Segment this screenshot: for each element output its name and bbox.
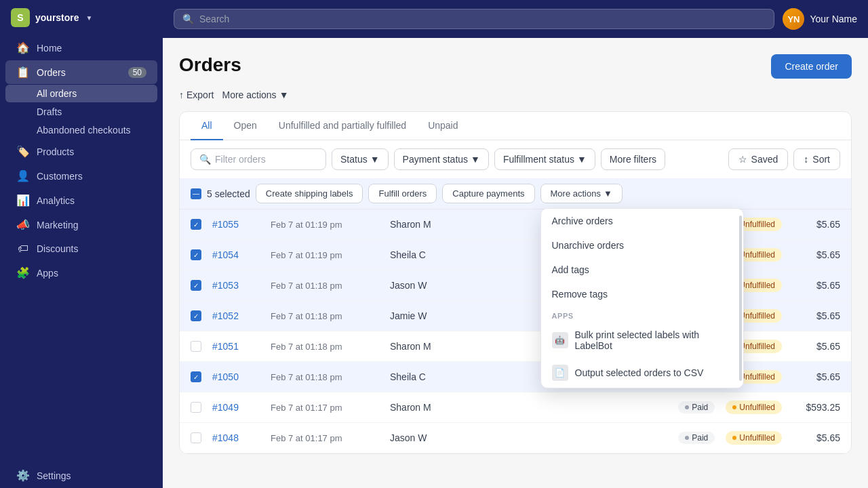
avatar: YN bbox=[783, 8, 804, 30]
search-bar[interactable]: 🔍 bbox=[174, 9, 774, 29]
customers-icon: 👤 bbox=[16, 169, 30, 182]
table-row[interactable]: #1048 Feb 7 at 01:17 pm Jason W Paid Unf… bbox=[180, 423, 851, 453]
search-input[interactable] bbox=[199, 14, 766, 24]
order-number: #1054 bbox=[212, 249, 260, 260]
sidebar-item-marketing[interactable]: 📣 Marketing bbox=[5, 213, 157, 237]
order-amount: $5.65 bbox=[793, 280, 840, 291]
sidebar-item-label: Customers bbox=[37, 171, 83, 182]
fulfillment-dot bbox=[732, 405, 736, 409]
row-checkbox[interactable]: ✓ bbox=[191, 219, 201, 230]
csv-icon: 📄 bbox=[552, 365, 568, 381]
row-checkbox[interactable]: ✓ bbox=[191, 249, 201, 260]
order-number: #1053 bbox=[212, 280, 260, 291]
page-header: Orders Create order bbox=[179, 54, 852, 79]
order-amount: $5.65 bbox=[793, 310, 840, 321]
tabs-bar: All Open Unfulfilled and partially fulfi… bbox=[180, 112, 851, 140]
table-row[interactable]: #1049 Feb 7 at 01:17 pm Sharon M Paid Un… bbox=[180, 392, 851, 423]
order-date: Feb 7 at 01:18 pm bbox=[271, 372, 379, 382]
products-icon: 🏷️ bbox=[16, 145, 30, 158]
create-order-button[interactable]: Create order bbox=[771, 54, 852, 79]
more-filters-button[interactable]: More filters bbox=[601, 148, 665, 170]
payment-status-filter[interactable]: Payment status ▼ bbox=[394, 148, 489, 170]
tab-all[interactable]: All bbox=[191, 112, 223, 140]
row-checkbox[interactable]: ✓ bbox=[191, 371, 201, 382]
remove-tags-item[interactable]: Remove tags bbox=[541, 282, 743, 306]
add-tags-item[interactable]: Add tags bbox=[541, 258, 743, 282]
order-number: #1052 bbox=[212, 310, 260, 321]
filter-placeholder: Filter orders bbox=[215, 154, 266, 165]
user-area[interactable]: YN Your Name bbox=[783, 8, 857, 30]
order-customer: Jason W bbox=[390, 432, 667, 443]
filter-search[interactable]: 🔍 Filter orders bbox=[191, 148, 326, 170]
table-row[interactable]: ✓ #1053 Feb 7 at 01:18 pm Jason W Unfulf… bbox=[180, 270, 851, 301]
more-actions-link[interactable]: More actions ▼ bbox=[222, 89, 288, 100]
table-row[interactable]: #1051 Feb 7 at 01:18 pm Sharon M Unfulfi… bbox=[180, 331, 851, 362]
store-selector[interactable]: S yourstore ▼ bbox=[0, 0, 163, 35]
csv-item[interactable]: 📄 Output selected orders to CSV bbox=[541, 358, 743, 388]
tab-unfulfilled[interactable]: Unfulfilled and partially fulfilled bbox=[268, 112, 417, 140]
sort-icon: ↕ bbox=[804, 154, 808, 165]
filters-bar: 🔍 Filter orders Status ▼ Payment status … bbox=[180, 140, 851, 178]
order-amount: $593.25 bbox=[793, 402, 840, 413]
page-content: Orders Create order ↑ Export More action… bbox=[163, 38, 868, 488]
order-amount: $5.65 bbox=[793, 371, 840, 382]
sidebar-item-discounts[interactable]: 🏷 Discounts bbox=[5, 237, 157, 260]
bulk-action-bar: — 5 selected Create shipping labels Fulf… bbox=[180, 178, 851, 209]
row-checkbox[interactable] bbox=[191, 432, 201, 443]
tab-unpaid[interactable]: Unpaid bbox=[417, 112, 469, 140]
shopify-logo: S bbox=[11, 8, 30, 27]
table-row[interactable]: ✓ #1054 Feb 7 at 01:19 pm Sheila C Unful… bbox=[180, 240, 851, 270]
order-date: Feb 7 at 01:19 pm bbox=[271, 250, 379, 260]
dropdown-scrollbar[interactable] bbox=[739, 216, 742, 381]
more-actions-button[interactable]: More actions ▼ bbox=[540, 184, 623, 203]
sidebar-item-home[interactable]: 🏠 Home bbox=[5, 36, 157, 60]
sidebar-item-orders[interactable]: 📋 Orders 50 bbox=[5, 60, 157, 84]
order-customer: Sharon M bbox=[390, 402, 667, 413]
export-link[interactable]: ↑ Export bbox=[179, 89, 214, 100]
fulfillment-status-filter[interactable]: Fulfillment status ▼ bbox=[494, 148, 595, 170]
create-shipping-labels-button[interactable]: Create shipping labels bbox=[256, 184, 363, 203]
order-number: #1048 bbox=[212, 432, 260, 443]
capture-payments-button[interactable]: Capture payments bbox=[442, 184, 534, 203]
sidebar-item-products[interactable]: 🏷️ Products bbox=[5, 140, 157, 163]
sidebar-item-apps[interactable]: 🧩 Apps bbox=[5, 261, 157, 285]
orders-subnav: All orders Drafts Abandoned checkouts bbox=[0, 85, 163, 139]
unarchive-orders-item[interactable]: Unarchive orders bbox=[541, 233, 743, 258]
archive-orders-item[interactable]: Archive orders bbox=[541, 209, 743, 233]
payment-dot bbox=[685, 436, 689, 440]
sidebar-item-label: Home bbox=[37, 43, 62, 54]
chevron-down-icon: ▼ bbox=[279, 89, 289, 100]
select-all-checkbox[interactable]: — bbox=[191, 188, 201, 199]
sidebar-item-label: Products bbox=[37, 146, 74, 157]
saved-button[interactable]: ☆ Saved bbox=[728, 148, 789, 170]
sort-button[interactable]: ↕ Sort bbox=[793, 148, 840, 170]
fulfill-orders-button[interactable]: Fulfill orders bbox=[368, 184, 437, 203]
payment-badge: Paid bbox=[678, 432, 715, 444]
labelbot-item[interactable]: 🤖 Bulk print selected labels with LabelB… bbox=[541, 323, 743, 358]
sidebar-item-customers[interactable]: 👤 Customers bbox=[5, 164, 157, 188]
sidebar-item-all-orders[interactable]: All orders bbox=[5, 85, 157, 102]
sidebar-item-drafts[interactable]: Drafts bbox=[5, 103, 157, 121]
selected-count: 5 selected bbox=[207, 188, 250, 199]
row-checkbox[interactable]: ✓ bbox=[191, 310, 201, 321]
apps-icon: 🧩 bbox=[16, 266, 30, 279]
more-actions-container: More actions ▼ Archive orders Unarchive … bbox=[540, 184, 623, 203]
settings-icon: ⚙️ bbox=[16, 469, 30, 482]
orders-badge: 50 bbox=[128, 67, 146, 78]
row-checkbox[interactable] bbox=[191, 402, 201, 413]
table-row[interactable]: ✓ #1052 Feb 7 at 01:18 pm Jamie W Unfulf… bbox=[180, 301, 851, 331]
sidebar-item-settings[interactable]: ⚙️ Settings bbox=[5, 464, 157, 487]
order-number: #1049 bbox=[212, 402, 260, 413]
sidebar-item-analytics[interactable]: 📊 Analytics bbox=[5, 188, 157, 212]
order-date: Feb 7 at 01:18 pm bbox=[271, 311, 379, 321]
status-filter[interactable]: Status ▼ bbox=[332, 148, 389, 170]
table-row[interactable]: ✓ #1050 Feb 7 at 01:18 pm Sheila C Unful… bbox=[180, 362, 851, 392]
row-checkbox[interactable]: ✓ bbox=[191, 280, 201, 291]
chevron-down-icon: ▼ bbox=[577, 154, 587, 165]
sidebar-item-label: Analytics bbox=[37, 195, 75, 206]
order-amount: $5.65 bbox=[793, 341, 840, 352]
table-row[interactable]: ✓ #1055 Feb 7 at 01:19 pm Sharon M Unful… bbox=[180, 209, 851, 240]
sidebar-item-abandoned-checkouts[interactable]: Abandoned checkouts bbox=[5, 121, 157, 139]
tab-open[interactable]: Open bbox=[223, 112, 268, 140]
row-checkbox[interactable] bbox=[191, 341, 201, 352]
